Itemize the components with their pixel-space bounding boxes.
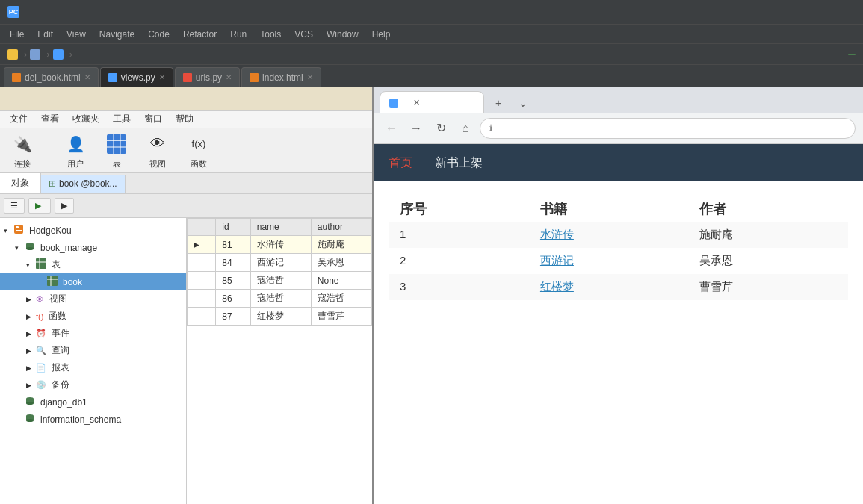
menu-item-vcs[interactable]: VCS xyxy=(288,27,319,42)
col-header-name: name xyxy=(250,219,311,236)
content-book-0[interactable]: 水浒传 xyxy=(529,222,689,248)
toolbar-icon-用户: 👤 xyxy=(64,132,87,156)
navicat-object-bar: 对象 ⊞ book @book... xyxy=(0,173,372,194)
menu-item-window[interactable]: Window xyxy=(321,27,365,42)
content-book-2[interactable]: 红楼梦 xyxy=(529,274,689,300)
toolbar-btn-函数[interactable]: f(x)函数 xyxy=(184,132,214,169)
tree-arrow-book_manage: ▾ xyxy=(15,244,22,252)
content-book-1[interactable]: 西游记 xyxy=(529,248,689,274)
svg-point-22 xyxy=(26,419,34,422)
navicat-menu-文件[interactable]: 文件 xyxy=(4,111,34,127)
tree-item-HodgeKou[interactable]: ▾HodgeKou xyxy=(0,222,186,239)
navicat-menu-帮助[interactable]: 帮助 xyxy=(170,111,199,127)
browser-tab-main[interactable]: ✕ xyxy=(380,91,484,113)
menu-item-file[interactable]: File xyxy=(4,27,30,42)
navicat-menu-窗口[interactable]: 窗口 xyxy=(138,111,168,127)
cell-name-3: 寇浩哲 xyxy=(250,290,311,308)
tab-close-3[interactable]: ✕ xyxy=(307,73,313,81)
cell-author-1: 吴承恩 xyxy=(311,254,371,272)
toolbar-btn-视图[interactable]: 👁视图 xyxy=(143,132,173,169)
tab-close-2[interactable]: ✕ xyxy=(226,73,232,81)
tree-item-book_manage[interactable]: ▾book_manage xyxy=(0,239,186,256)
menu-item-run[interactable]: Run xyxy=(224,27,253,42)
tree-icon-函数: f() xyxy=(36,312,43,321)
tree-arrow-查询: ▶ xyxy=(26,347,34,355)
menu-item-navigate[interactable]: Navigate xyxy=(93,27,140,42)
content-author-1: 吴承恩 xyxy=(688,248,848,274)
col-header-id: id xyxy=(216,219,250,236)
table-row[interactable]: 86寇浩哲寇浩哲 xyxy=(188,290,372,308)
menu-item-edit[interactable]: Edit xyxy=(31,27,59,42)
forward-btn[interactable]: → xyxy=(406,118,427,139)
row-indicator-0: ▶ xyxy=(188,236,216,254)
reload-btn[interactable]: ↻ xyxy=(430,118,451,139)
other-action-btn[interactable]: ▶ xyxy=(55,198,74,214)
browser-tab-actions: + ⌄ xyxy=(488,93,533,113)
tab-urls-py[interactable]: urls.py✕ xyxy=(175,67,240,87)
tree-label-备份: 备份 xyxy=(52,379,69,391)
menu-bar: FileEditViewNavigateCodeRefactorRunTools… xyxy=(0,24,863,43)
menu-item-tools[interactable]: Tools xyxy=(254,27,287,42)
tab-index-html[interactable]: index.html✕ xyxy=(241,67,321,87)
tree-item-备份[interactable]: ▶💿备份 xyxy=(0,376,186,393)
tree-item-视图[interactable]: ▶👁视图 xyxy=(0,290,186,308)
tree-icon-报表: 📄 xyxy=(36,363,46,373)
menu-action-btn[interactable]: ☰ xyxy=(4,198,25,214)
menu-item-refactor[interactable]: Refactor xyxy=(177,27,223,42)
object-tab-object[interactable]: 对象 xyxy=(0,173,41,193)
new-tab-btn[interactable]: + xyxy=(488,93,509,113)
tab-icon-1 xyxy=(108,73,117,82)
home-btn[interactable]: ⌂ xyxy=(455,118,476,139)
svg-rect-11 xyxy=(36,258,46,269)
tree-item-查询[interactable]: ▶🔍查询 xyxy=(0,342,186,359)
cell-author-0: 施耐庵 xyxy=(311,236,371,254)
tree-item-book[interactable]: book xyxy=(0,273,186,290)
address-bar[interactable]: ℹ xyxy=(480,118,856,139)
navicat-menu-查看[interactable]: 查看 xyxy=(35,111,65,127)
toolbar-btn-连接[interactable]: 🔌连接 xyxy=(7,132,37,169)
cell-id-2: 85 xyxy=(216,272,250,290)
table-row[interactable]: 84西游记吴承恩 xyxy=(188,254,372,272)
tab-del_book-html[interactable]: del_book.html✕ xyxy=(4,67,99,87)
navicat-menu-收藏夹[interactable]: 收藏夹 xyxy=(66,111,105,127)
toolbar-btn-用户[interactable]: 👤用户 xyxy=(61,132,90,169)
menu-item-view[interactable]: View xyxy=(61,27,92,42)
tree-item-表[interactable]: ▾表 xyxy=(0,256,186,273)
back-btn[interactable]: ← xyxy=(381,118,402,139)
tab-close-1[interactable]: ✕ xyxy=(159,73,165,81)
cell-author-4: 曹雪芹 xyxy=(311,308,371,326)
menu-item-help[interactable]: Help xyxy=(366,27,397,42)
tab-label-0: del_book.html xyxy=(25,72,81,83)
object-tab-book[interactable]: ⊞ book @book... xyxy=(41,175,126,193)
nav-item-新书上架[interactable]: 新书上架 xyxy=(435,155,483,171)
tree-item-报表[interactable]: ▶📄报表 xyxy=(0,359,186,376)
menu-item-code[interactable]: Code xyxy=(142,27,176,42)
tree-item-information_schema[interactable]: information_schema xyxy=(0,411,186,428)
browser-nav-bar: ← → ↻ ⌂ ℹ xyxy=(374,113,863,143)
tree-item-django_db1[interactable]: django_db1 xyxy=(0,393,186,411)
breadcrumb-sep-3: › xyxy=(69,49,72,60)
tree-item-函数[interactable]: ▶f()函数 xyxy=(0,308,186,325)
tree-label-book_manage: book_manage xyxy=(40,243,97,253)
tree-icon-备份: 💿 xyxy=(36,380,46,390)
browser-tab-close[interactable]: ✕ xyxy=(413,98,420,108)
tab-views-py[interactable]: views.py✕ xyxy=(100,67,173,87)
project-icon xyxy=(7,49,18,60)
table-row[interactable]: 87红楼梦曹雪芹 xyxy=(188,308,372,326)
navicat-toolbar: 🔌连接👤用户表👁视图f(x)函数 xyxy=(0,128,372,173)
tab-label-2: urls.py xyxy=(196,72,222,83)
cell-id-0: 81 xyxy=(216,236,250,254)
tab-close-0[interactable]: ✕ xyxy=(84,73,90,81)
table-row[interactable]: ▶81水浒传施耐庵 xyxy=(188,236,372,254)
navicat-menu-工具[interactable]: 工具 xyxy=(107,111,137,127)
svg-rect-7 xyxy=(16,230,22,231)
tree-item-事件[interactable]: ▶⏰事件 xyxy=(0,325,186,342)
table-row[interactable]: 85寇浩哲None xyxy=(188,272,372,290)
breadcrumb-bar: › › › xyxy=(0,43,863,64)
start-transaction-btn[interactable]: ▶ xyxy=(28,198,51,214)
toolbar-btn-表[interactable]: 表 xyxy=(102,132,132,169)
tree-icon-视图: 👁 xyxy=(36,295,44,304)
nav-item-首页[interactable]: 首页 xyxy=(389,155,412,171)
py-icon xyxy=(53,49,64,60)
tab-list-btn[interactable]: ⌄ xyxy=(513,93,533,113)
